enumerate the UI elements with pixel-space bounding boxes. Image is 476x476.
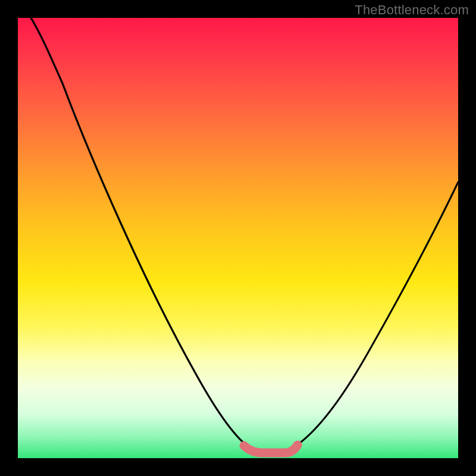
- watermark-label: TheBottleneck.com: [355, 2, 469, 18]
- bottom-pink-segment: [244, 445, 298, 453]
- chart-overlay: [18, 18, 458, 458]
- left-curve: [31, 18, 251, 449]
- right-curve: [292, 182, 458, 449]
- chart-frame: TheBottleneck.com: [0, 0, 476, 476]
